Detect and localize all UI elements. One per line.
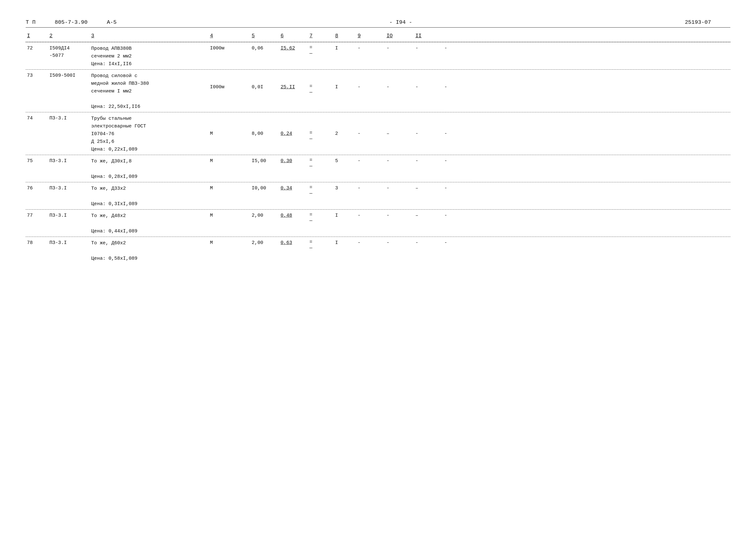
header-code: 805-7-3.90 [55, 19, 88, 26]
row-unit: М [209, 212, 250, 220]
row-unit: М [209, 185, 250, 192]
table-row: 72 I509ДI4 -5077 Провод АПВ380В сечением… [26, 42, 730, 69]
table-row: 77 ПЗ-3.I То же, Д48x2 Цена: 0,44xI,089 … [26, 209, 730, 237]
row-code: I509ДI4 -5077 [48, 45, 90, 59]
row-col7: 2 [334, 115, 356, 138]
row-col11: - [443, 185, 472, 192]
row-code: ПЗ-3.I [48, 115, 90, 122]
row-unit: М [209, 115, 250, 138]
header-separator [26, 27, 730, 27]
row-col7: I [334, 240, 356, 247]
row-num: 75 [26, 158, 48, 165]
row-col8: - [356, 45, 385, 52]
row-col9: - [385, 212, 414, 220]
row-col10: - [414, 158, 443, 165]
row-unit: I000м [209, 72, 250, 91]
row-num: 77 [26, 212, 48, 220]
row-num: 74 [26, 115, 48, 122]
row-col6: = — [308, 240, 334, 251]
row-num: 72 [26, 45, 48, 52]
row-price: I5,62 [279, 45, 308, 52]
header: Т П 805-7-3.90 А-5 - I94 - 25193-07 [26, 19, 730, 27]
table-row: 73 I509-500I Провод силовой с медной жил… [26, 69, 730, 112]
col-1: I [26, 32, 48, 40]
table-row: 78 ПЗ-3.I То же, Д60x2 Цена: 0,58xI,089 … [26, 237, 730, 264]
col-8: 8 [334, 32, 356, 40]
row-col7: I [334, 72, 356, 91]
row-col7: 5 [334, 158, 356, 165]
row-desc: Трубы стальные электросварные ГОСТ I0704… [90, 115, 209, 153]
row-col9: - [385, 185, 414, 192]
row-col6: = — [308, 45, 334, 57]
row-price: 0,24 [279, 115, 308, 138]
row-code: ПЗ-3.I [48, 240, 90, 247]
row-qty: 0,06 [250, 45, 279, 52]
row-col6: = — [308, 115, 334, 142]
row-col6: = — [308, 212, 334, 224]
row-qty: 2,00 [250, 212, 279, 220]
row-col11: - [443, 158, 472, 165]
row-qty: 8,00 [250, 115, 279, 138]
col-4: 4 [209, 32, 250, 40]
row-col10: - [414, 115, 443, 138]
col-2: 2 [48, 32, 90, 40]
row-col7: I [334, 212, 356, 220]
row-col9: – [385, 115, 414, 138]
row-col7: 3 [334, 185, 356, 192]
row-price: 0,34 [279, 185, 308, 192]
row-col11: - [443, 72, 472, 91]
row-qty: 2,00 [250, 240, 279, 247]
table-row: 74 ПЗ-3.I Трубы стальные электросварные … [26, 112, 730, 155]
row-col9: - [385, 72, 414, 91]
row-desc: То же, Д33x2 Цена: 0,3IxI,089 [90, 185, 209, 208]
row-code: ПЗ-3.I [48, 212, 90, 220]
row-code: ПЗ-3.I [48, 185, 90, 192]
header-right: 25193-07 [685, 19, 711, 26]
row-col9: - [385, 45, 414, 52]
row-unit: I000м [209, 45, 250, 52]
col-3: 3 [90, 32, 209, 40]
row-col8: - [356, 115, 385, 138]
row-unit: М [209, 240, 250, 247]
row-col11: - [443, 115, 472, 138]
row-qty: I0,00 [250, 185, 279, 192]
row-col10: – [414, 185, 443, 192]
row-num: 76 [26, 185, 48, 192]
row-desc: То же, Д48x2 Цена: 0,44xI,089 [90, 212, 209, 235]
row-col6: = — [308, 158, 334, 169]
row-num: 78 [26, 240, 48, 247]
row-col6: = — [308, 185, 334, 196]
row-qty: I5,00 [250, 158, 279, 165]
table: I 2 3 4 5 6 7 8 9 IO II 72 I509ДI4 -5077… [26, 30, 730, 264]
row-col11: - [443, 212, 472, 220]
row-col8: - [356, 212, 385, 220]
col-7: 7 [308, 32, 334, 40]
table-row: 76 ПЗ-3.I То же, Д33x2 Цена: 0,3IxI,089 … [26, 182, 730, 209]
row-col8: - [356, 158, 385, 165]
row-code: I509-500I [48, 72, 90, 80]
col-10: IO [385, 32, 414, 40]
row-col10: - [414, 72, 443, 91]
row-col8: - [356, 185, 385, 192]
row-col10: - [414, 240, 443, 247]
row-col11: - [443, 240, 472, 247]
col-9: 9 [356, 32, 385, 40]
row-col11: - [443, 45, 472, 52]
row-qty: 0,0I [250, 72, 279, 91]
row-col6: = — [308, 72, 334, 95]
row-col10: - [414, 45, 443, 52]
row-num: 73 [26, 72, 48, 80]
row-col9: - [385, 240, 414, 247]
row-desc: То же, Д30xI,8 Цена: 0,28xI,089 [90, 158, 209, 181]
header-section: А-5 [107, 19, 117, 26]
col-5: 5 [250, 32, 279, 40]
row-code: ПЗ-3.I [48, 158, 90, 165]
column-headers-row: I 2 3 4 5 6 7 8 9 IO II [26, 30, 730, 42]
row-desc: То же, Д60x2 Цена: 0,58xI,089 [90, 240, 209, 263]
row-price: 25,II [279, 72, 308, 91]
row-col9: - [385, 158, 414, 165]
row-price: 0,63 [279, 240, 308, 247]
row-unit: М [209, 158, 250, 165]
row-col10: – [414, 212, 443, 220]
col-11: II [414, 32, 443, 40]
